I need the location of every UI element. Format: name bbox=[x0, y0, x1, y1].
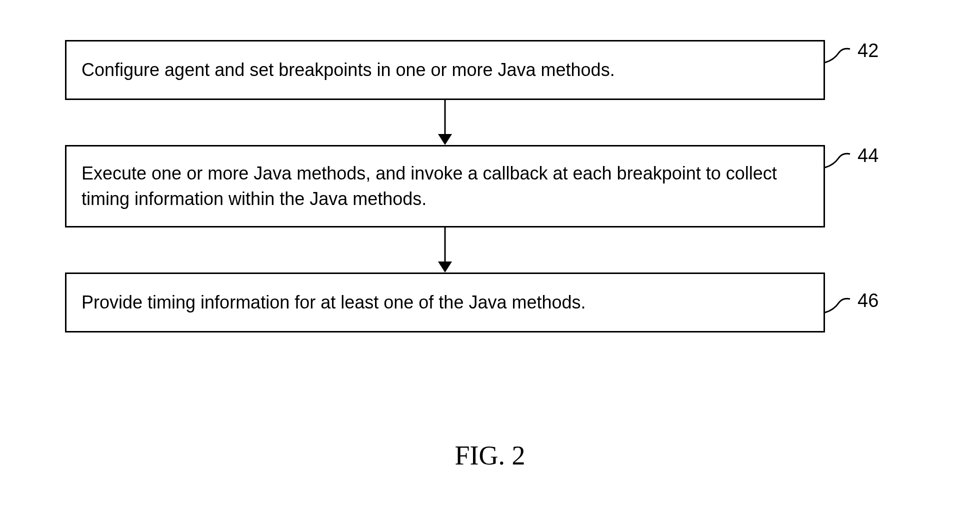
step-text-1: Configure agent and set breakpoints in o… bbox=[82, 58, 615, 82]
step-text-2: Execute one or more Java methods, and in… bbox=[82, 161, 808, 212]
ref-label-3: 46 bbox=[858, 290, 878, 312]
step-box-1: Configure agent and set breakpoints in o… bbox=[65, 40, 825, 100]
step-box-3: Provide timing information for at least … bbox=[65, 272, 825, 332]
arrow-2 bbox=[65, 228, 825, 272]
step-text-3: Provide timing information for at least … bbox=[82, 290, 586, 315]
step-box-2: Execute one or more Java methods, and in… bbox=[65, 145, 825, 228]
ref-curve-2 bbox=[824, 150, 854, 175]
ref-label-2: 44 bbox=[858, 145, 878, 166]
ref-curve-1 bbox=[824, 45, 854, 70]
figure-label: FIG. 2 bbox=[454, 440, 525, 471]
arrow-1 bbox=[65, 100, 825, 145]
ref-label-1: 42 bbox=[858, 40, 878, 62]
ref-curve-3 bbox=[824, 295, 854, 320]
flowchart-container: Configure agent and set breakpoints in o… bbox=[65, 40, 915, 332]
